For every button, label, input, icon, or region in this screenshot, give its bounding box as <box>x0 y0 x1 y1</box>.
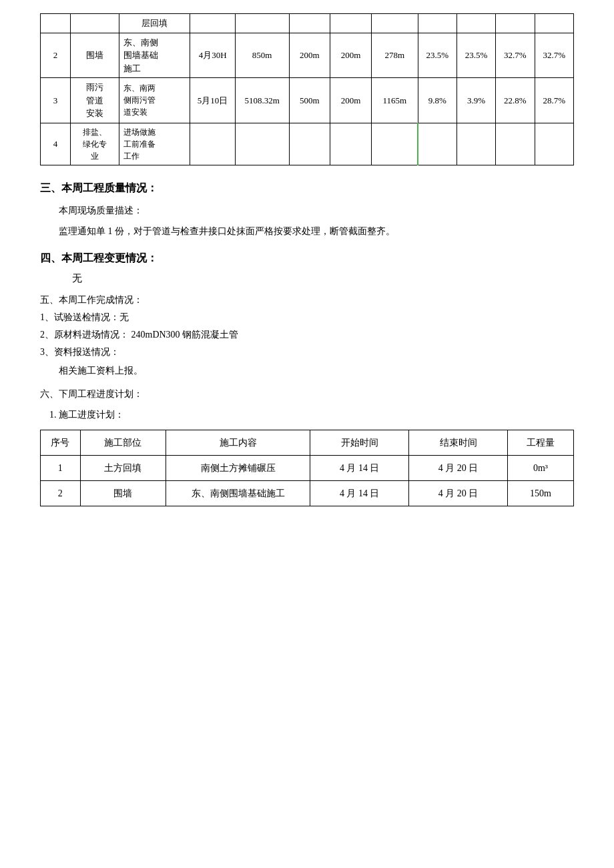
table-row: 4 排盐、绿化专业 进场做施工前准备工作 <box>41 123 574 165</box>
cell-seq <box>41 14 71 33</box>
cell-col11: 32.7% <box>496 33 535 78</box>
header-end: 结束时间 <box>409 430 508 456</box>
cell-col10: 23.5% <box>456 33 495 78</box>
cell-seq: 3 <box>41 78 71 123</box>
cell-content: 东、南两侧雨污管道安装 <box>119 78 190 123</box>
cell-dept: 围墙 <box>80 481 166 506</box>
section4-title: 四、本周工程变更情况： <box>40 252 574 266</box>
cell-end: 4 月 20 日 <box>409 456 508 481</box>
cell-actual-week <box>330 14 372 33</box>
cell-actual-cumul: 1165m <box>371 78 418 123</box>
cell-actual-cumul <box>371 14 418 33</box>
cell-actual-cumul <box>371 123 418 165</box>
cell-col10: 3.9% <box>456 78 495 123</box>
header-amount: 工程量 <box>507 430 573 456</box>
cell-plan-cumul: 500m <box>289 78 330 123</box>
cell-actual-cumul: 278m <box>371 33 418 78</box>
cell-content: 东、南侧围墙基础施工 <box>119 33 190 78</box>
table-row: 3 雨污管道安装 东、南两侧雨污管道安装 5月10日 5108.32m 500m… <box>41 78 574 123</box>
header-dept: 施工部位 <box>80 430 166 456</box>
cell-dept: 土方回填 <box>80 456 166 481</box>
cell-col10 <box>456 14 495 33</box>
cell-actual-week: 200m <box>330 78 372 123</box>
section4-content: 无 <box>72 272 574 285</box>
bottom-table: 序号 施工部位 施工内容 开始时间 结束时间 工程量 1 土方回填 南侧土方摊铺… <box>40 430 574 506</box>
cell-amount: 0m³ <box>507 456 573 481</box>
cell-plan-week <box>235 123 289 165</box>
cell-start: 4 月 14 日 <box>310 456 409 481</box>
cell-content: 进场做施工前准备工作 <box>119 123 190 165</box>
cell-col12 <box>535 123 573 165</box>
header-start: 开始时间 <box>310 430 409 456</box>
cell-col11 <box>496 123 535 165</box>
cell-col11 <box>496 14 535 33</box>
cell-start: 4 月 14 日 <box>310 481 409 506</box>
section5-item1: 1、试验送检情况：无 <box>40 312 574 324</box>
cell-start: 4月30H <box>190 33 235 78</box>
cell-dept: 排盐、绿化专业 <box>70 123 119 165</box>
cell-actual-week: 200m <box>330 33 372 78</box>
cell-col12: 28.7% <box>535 78 573 123</box>
cell-dept: 雨污管道安装 <box>70 78 119 123</box>
cell-content: 南侧土方摊铺碾压 <box>166 456 310 481</box>
cell-start <box>190 123 235 165</box>
cell-col12 <box>535 14 573 33</box>
section5-item3: 3、资料报送情况： <box>40 346 574 358</box>
cell-plan-week: 5108.32m <box>235 78 289 123</box>
cell-col11: 22.8% <box>496 78 535 123</box>
cell-plan-week: 850m <box>235 33 289 78</box>
cell-col9 <box>418 14 456 33</box>
cell-seq: 2 <box>41 33 71 78</box>
cell-actual-week <box>330 123 372 165</box>
section6-title: 六、下周工程进度计划： <box>40 389 143 399</box>
cell-col12: 32.7% <box>535 33 573 78</box>
cell-amount: 150m <box>507 481 573 506</box>
header-seq: 序号 <box>41 430 81 456</box>
cell-start <box>190 14 235 33</box>
table-row: 层回填 <box>41 14 574 33</box>
section3-sub1: 本周现场质量描述： <box>59 202 574 219</box>
section3-sub2: 监理通知单 1 份，对于管道与检查井接口处抹面严格按要求处理，断管截面整齐。 <box>59 223 574 240</box>
cell-plan-cumul: 200m <box>289 33 330 78</box>
table-row: 1 土方回填 南侧土方摊铺碾压 4 月 14 日 4 月 20 日 0m³ <box>41 456 574 481</box>
header-content: 施工内容 <box>166 430 310 456</box>
cell-col9: 9.8% <box>418 78 456 123</box>
cell-seq: 2 <box>41 481 81 506</box>
cell-start: 5月10日 <box>190 78 235 123</box>
cell-content: 东、南侧围墙基础施工 <box>166 481 310 506</box>
cell-dept: 围墙 <box>70 33 119 78</box>
cell-plan-cumul <box>289 123 330 165</box>
cell-col9 <box>418 123 456 165</box>
table-row: 2 围墙 东、南侧围墙基础施工 4 月 14 日 4 月 20 日 150m <box>41 481 574 506</box>
section6-sub: 1. 施工进度计划： <box>49 410 124 420</box>
cell-seq: 1 <box>41 456 81 481</box>
cell-end: 4 月 20 日 <box>409 481 508 506</box>
cell-seq: 4 <box>41 123 71 165</box>
section5-item2: 2、原材料进场情况： 240mDN300 钢筋混凝土管 <box>40 329 574 341</box>
cell-content: 层回填 <box>119 14 190 33</box>
cell-dept <box>70 14 119 33</box>
cell-col9: 23.5% <box>418 33 456 78</box>
cell-plan-cumul <box>289 14 330 33</box>
section5-item3-content: 相关施工资料上报。 <box>59 362 574 379</box>
top-continuation-table: 层回填 2 围墙 东、南侧围墙基础施工 4月30H 850m 200m 200m… <box>40 13 574 165</box>
cell-col10 <box>456 123 495 165</box>
cell-plan-week <box>235 14 289 33</box>
table-header-row: 序号 施工部位 施工内容 开始时间 结束时间 工程量 <box>41 430 574 456</box>
section5-title: 五、本周工作完成情况： <box>40 294 574 306</box>
section3-title: 三、本周工程质量情况： <box>40 181 574 195</box>
table-row: 2 围墙 东、南侧围墙基础施工 4月30H 850m 200m 200m 278… <box>41 33 574 78</box>
